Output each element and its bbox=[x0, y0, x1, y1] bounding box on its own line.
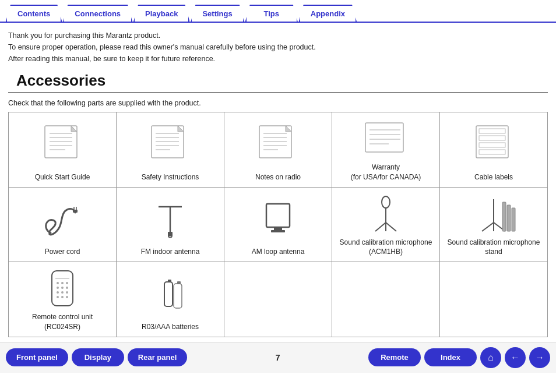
accessory-batteries: R03/AAA batteries bbox=[117, 262, 224, 337]
index-button[interactable]: Index bbox=[424, 348, 477, 366]
accessory-fm-antenna: FM indoor antenna bbox=[117, 188, 224, 262]
svg-point-55 bbox=[57, 282, 59, 284]
svg-point-61 bbox=[57, 291, 59, 294]
display-button[interactable]: Display bbox=[72, 348, 124, 366]
accessories-row-1: Quick Start Guide Safety Instructions bbox=[9, 112, 547, 188]
tab-playback[interactable]: Playback bbox=[133, 5, 189, 22]
svg-rect-67 bbox=[164, 282, 173, 306]
svg-rect-51 bbox=[507, 205, 511, 231]
forward-button[interactable]: → bbox=[529, 347, 550, 368]
tab-settings[interactable]: Settings bbox=[191, 5, 244, 22]
label-power-cord: Power cord bbox=[45, 247, 80, 257]
svg-point-59 bbox=[61, 287, 64, 289]
bottom-nav-right: Remote Index ⌂ ← → bbox=[368, 347, 550, 368]
svg-point-56 bbox=[61, 282, 64, 284]
svg-rect-27 bbox=[479, 129, 505, 133]
svg-rect-26 bbox=[476, 126, 508, 158]
svg-point-57 bbox=[66, 282, 68, 284]
front-panel-button[interactable]: Front panel bbox=[6, 348, 68, 366]
svg-point-58 bbox=[57, 287, 59, 289]
svg-rect-29 bbox=[479, 143, 505, 147]
accessory-cable-labels: Cable labels bbox=[440, 112, 547, 187]
label-notes-on-radio: Notes on radio bbox=[255, 172, 301, 182]
accessory-safety-instructions: Safety Instructions bbox=[117, 112, 224, 187]
accessory-warranty: Warranty(for USA/for CANADA) bbox=[332, 112, 440, 187]
back-icon: ← bbox=[511, 352, 520, 363]
svg-point-66 bbox=[66, 296, 68, 298]
rear-panel-button[interactable]: Rear panel bbox=[128, 348, 187, 366]
accessories-grid: Quick Start Guide Safety Instructions bbox=[8, 112, 548, 337]
accessory-quick-start-guide: Quick Start Guide bbox=[9, 112, 117, 187]
label-remote-control: Remote control unit(RC024SR) bbox=[32, 312, 93, 332]
back-button[interactable]: ← bbox=[505, 347, 526, 368]
svg-rect-69 bbox=[174, 284, 182, 308]
svg-rect-40 bbox=[271, 230, 285, 232]
accessories-row-2: Power cord FM indoor antenna bbox=[9, 188, 547, 263]
svg-line-45 bbox=[386, 223, 396, 231]
svg-rect-30 bbox=[479, 150, 505, 154]
accessory-remote-control: Remote control unit(RC024SR) bbox=[9, 262, 117, 337]
svg-point-65 bbox=[61, 296, 64, 298]
label-warranty: Warranty(for USA/for CANADA) bbox=[351, 163, 421, 182]
svg-marker-6 bbox=[71, 126, 77, 132]
accessory-sound-calibration-stand: Sound calibration microphone stand bbox=[440, 188, 547, 262]
svg-marker-13 bbox=[178, 126, 184, 132]
svg-point-64 bbox=[57, 296, 59, 298]
svg-rect-28 bbox=[479, 136, 505, 140]
label-quick-start-guide: Quick Start Guide bbox=[35, 172, 90, 182]
page-number: 7 bbox=[276, 353, 280, 362]
svg-rect-70 bbox=[177, 281, 181, 284]
tab-contents[interactable]: Contents bbox=[6, 5, 62, 22]
top-navigation: Contents Connections Playback Settings T… bbox=[0, 0, 556, 23]
svg-point-62 bbox=[61, 291, 64, 294]
svg-rect-50 bbox=[502, 202, 506, 231]
remote-button[interactable]: Remote bbox=[368, 348, 421, 366]
svg-point-63 bbox=[66, 291, 68, 294]
label-sound-calibration-stand: Sound calibration microphone stand bbox=[444, 238, 544, 257]
accessory-empty-3 bbox=[440, 262, 547, 337]
svg-marker-20 bbox=[286, 126, 291, 132]
svg-rect-21 bbox=[365, 123, 403, 152]
accessory-power-cord: Power cord bbox=[9, 188, 117, 262]
bottom-navigation: Front panel Display Rear panel 7 Remote … bbox=[0, 342, 556, 373]
accessory-sound-calibration-mic: Sound calibration microphone(ACM1HB) bbox=[332, 188, 440, 262]
tab-tips[interactable]: Tips bbox=[245, 5, 298, 22]
label-batteries: R03/AAA batteries bbox=[142, 322, 199, 332]
svg-rect-38 bbox=[266, 204, 290, 227]
label-sound-calibration-mic: Sound calibration microphone(ACM1HB) bbox=[340, 238, 432, 257]
accessory-am-antenna: AM loop antenna bbox=[224, 188, 332, 262]
svg-rect-52 bbox=[512, 208, 515, 231]
svg-point-41 bbox=[382, 196, 390, 208]
accessories-row-3: Remote control unit(RC024SR) R03/AAA bat… bbox=[9, 262, 547, 337]
section-title: Accessories bbox=[8, 68, 548, 93]
forward-icon: → bbox=[535, 352, 544, 363]
tab-connections[interactable]: Connections bbox=[63, 5, 132, 22]
svg-line-47 bbox=[482, 223, 494, 231]
section-subtitle: Check that the following parts are suppl… bbox=[0, 97, 556, 112]
intro-text: Thank you for purchasing this Marantz pr… bbox=[0, 23, 556, 68]
label-am-antenna: AM loop antenna bbox=[252, 247, 305, 257]
home-button[interactable]: ⌂ bbox=[480, 347, 501, 368]
svg-rect-31 bbox=[73, 210, 78, 213]
label-safety-instructions: Safety Instructions bbox=[142, 172, 199, 182]
label-fm-antenna: FM indoor antenna bbox=[141, 247, 200, 257]
home-icon: ⌂ bbox=[488, 352, 494, 363]
tab-appendix[interactable]: Appendix bbox=[299, 5, 357, 22]
svg-rect-68 bbox=[168, 280, 171, 282]
svg-line-43 bbox=[375, 223, 386, 231]
bottom-nav-left: Front panel Display Rear panel bbox=[6, 348, 187, 366]
label-cable-labels: Cable labels bbox=[474, 172, 513, 182]
accessory-empty-1 bbox=[224, 262, 332, 337]
accessory-empty-2 bbox=[332, 262, 440, 337]
svg-point-60 bbox=[66, 287, 68, 289]
accessory-notes-on-radio: Notes on radio bbox=[224, 112, 332, 187]
